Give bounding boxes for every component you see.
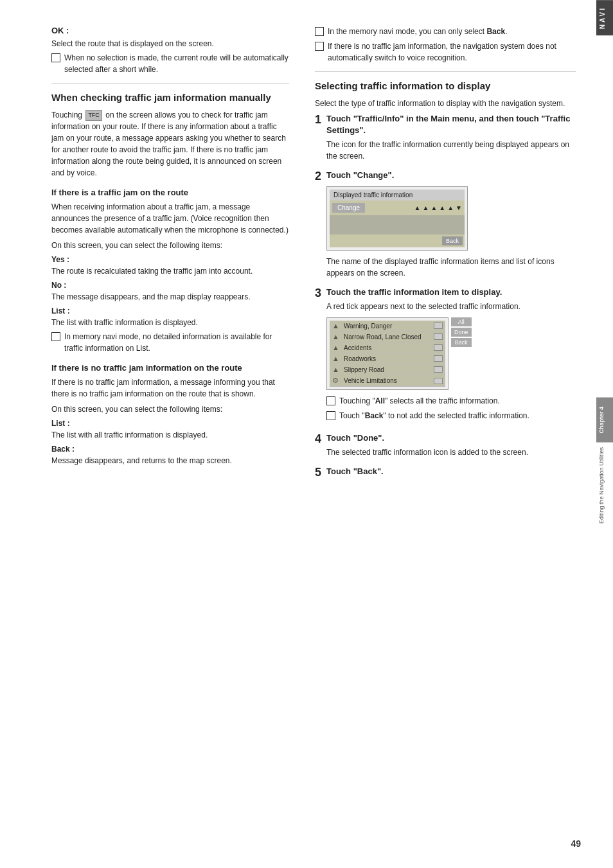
chapter-sidebar: NAVI Chapter 4 Editing the Navigation Ut… bbox=[596, 0, 613, 868]
list-label-1: List : bbox=[51, 306, 289, 315]
warning-check[interactable] bbox=[434, 323, 443, 329]
section-title-left: When checking traffic jam information ma… bbox=[51, 91, 289, 104]
section-intro: Touching TFC on the screen allows you to… bbox=[51, 109, 289, 179]
no-text: The message disappears, and the map disp… bbox=[51, 291, 289, 303]
subsection2-desc: If there is no traffic jam information, … bbox=[51, 376, 289, 400]
subsection1-items: Yes : The route is recalculated taking t… bbox=[51, 255, 289, 328]
screen-row-slippery[interactable]: ▲ Slippery Road bbox=[330, 364, 445, 375]
bullet-checkbox-3 bbox=[315, 27, 324, 36]
ok-desc: Select the route that is displayed on th… bbox=[51, 38, 289, 49]
tri-icon-1: ▲ bbox=[414, 204, 421, 211]
step-1-content: Touch "Traffic/Info" in the Main menu, a… bbox=[326, 113, 576, 162]
screen-row-narrow[interactable]: ▲ Narrow Road, Lane Closed bbox=[330, 332, 445, 342]
subsection1-desc: When receiving information about a traff… bbox=[51, 201, 289, 236]
main-content: OK : Select the route that is displayed … bbox=[0, 0, 595, 868]
bullet-checkbox-2 bbox=[51, 332, 60, 341]
step-1: 1 Touch "Traffic/Info" in the Main menu,… bbox=[315, 113, 576, 162]
list-item-2: List : The list with all traffic informa… bbox=[51, 419, 289, 441]
yes-item: Yes : The route is recalculated taking t… bbox=[51, 255, 289, 277]
step3-bullet-text-2: Touch "Back" to not add the selected tra… bbox=[339, 410, 576, 421]
step-5: 5 Touch "Back". bbox=[315, 466, 576, 480]
accidents-label: Accidents bbox=[344, 344, 434, 351]
subsection2-items: List : The list with all traffic informa… bbox=[51, 419, 289, 466]
ok-bullet-text: When no selection is made, the current r… bbox=[64, 52, 289, 75]
right-section-title: Selecting traffic information to display bbox=[315, 80, 576, 93]
step-5-number: 5 bbox=[315, 466, 321, 480]
step-4-desc: The selected traffic information icon is… bbox=[326, 447, 576, 458]
bullet-checkbox-6 bbox=[326, 411, 335, 420]
warning-icon: ▲ bbox=[332, 322, 341, 330]
screen-row-accidents[interactable]: ▲ Accidents bbox=[330, 342, 445, 353]
screen-wrapper-2: ▲ Warning, Danger ▲ Narrow Road, Lane Cl… bbox=[326, 317, 576, 390]
screen-row-roadworks[interactable]: ▲ Roadworks bbox=[330, 353, 445, 364]
right-bullet-1: In the memory navi mode, you can only se… bbox=[315, 26, 576, 37]
traffic-icon: TFC bbox=[85, 110, 102, 121]
tri-icon-5: ▲ bbox=[447, 204, 454, 211]
roadworks-icon: ▲ bbox=[332, 355, 341, 362]
step-3: 3 Touch the traffic information item to … bbox=[315, 287, 576, 425]
roadworks-label: Roadworks bbox=[344, 355, 434, 362]
right-bullet-2: If there is no traffic jam information, … bbox=[315, 40, 576, 64]
accidents-check[interactable] bbox=[434, 344, 443, 351]
subsection2-title: If there is no traffic jam information o… bbox=[51, 363, 289, 373]
step-4-number: 4 bbox=[315, 432, 321, 447]
ok-section: OK : Select the route that is displayed … bbox=[51, 26, 289, 75]
step3-bullet-2: Touch "Back" to not add the selected tra… bbox=[326, 410, 576, 421]
bullet-checkbox-4 bbox=[315, 42, 324, 51]
bullet-checkbox-5 bbox=[326, 396, 335, 405]
screen-row-warning[interactable]: ▲ Warning, Danger bbox=[330, 321, 445, 332]
chapter-title: Chapter 4 bbox=[598, 407, 605, 434]
step-3-title: Touch the traffic information item to di… bbox=[326, 287, 576, 298]
screen-row-vehicle[interactable]: ⚙ Vehicle Limitations bbox=[330, 375, 445, 387]
tri-icon-4: ▲ bbox=[439, 204, 445, 211]
step-3-number: 3 bbox=[315, 287, 321, 301]
yes-text: The route is recalculated taking the tra… bbox=[51, 265, 289, 277]
step-3-content: Touch the traffic information item to di… bbox=[326, 287, 576, 425]
roadworks-check[interactable] bbox=[434, 355, 443, 362]
list-text-1: The list with traffic information is dis… bbox=[51, 317, 289, 328]
change-btn[interactable]: Change bbox=[332, 203, 365, 213]
narrow-check[interactable] bbox=[434, 333, 443, 340]
chapter-desc: Editing the Navigation Utilities bbox=[596, 442, 613, 529]
tri-icon-6: ▼ bbox=[456, 204, 462, 211]
back-btn-1[interactable]: Back bbox=[442, 236, 463, 245]
subsection1-bullet-text: In memory navi mode, no detailed informa… bbox=[64, 331, 289, 354]
navi-label: NAVI bbox=[596, 0, 613, 35]
right-column: In the memory navi mode, you can only se… bbox=[302, 26, 576, 842]
no-item: No : The message disappears, and the map… bbox=[51, 281, 289, 303]
slippery-check[interactable] bbox=[434, 366, 443, 373]
right-section-desc: Select the type of traffic information t… bbox=[315, 98, 576, 109]
vehicle-check[interactable] bbox=[434, 378, 443, 384]
screen-mockup-1: Displayed traffic information Change ▲ ▲… bbox=[326, 186, 468, 251]
list-text-2: The list with all traffic information is… bbox=[51, 429, 289, 441]
slippery-label: Slippery Road bbox=[344, 366, 434, 373]
list-label-2: List : bbox=[51, 419, 289, 428]
screen-side-buttons: All Done Back bbox=[451, 317, 472, 390]
screen-icons-1: ▲ ▲ ▲ ▲ ▲ ▼ bbox=[414, 204, 462, 211]
all-btn[interactable]: All bbox=[451, 317, 472, 326]
back-btn-2[interactable]: Back bbox=[451, 338, 472, 347]
screen-mockup-2: ▲ Warning, Danger ▲ Narrow Road, Lane Cl… bbox=[326, 317, 449, 390]
step-2: 2 Touch "Change". Displayed traffic info… bbox=[315, 170, 576, 279]
done-btn[interactable]: Done bbox=[451, 328, 472, 337]
right-bullet-text-2: If there is no traffic jam information, … bbox=[328, 40, 576, 64]
narrow-icon: ▲ bbox=[332, 333, 341, 341]
back-label: Back : bbox=[51, 445, 289, 454]
vehicle-label: Vehicle Limitations bbox=[344, 377, 434, 384]
accidents-icon: ▲ bbox=[332, 344, 341, 351]
back-item: Back : Message disappears, and returns t… bbox=[51, 445, 289, 466]
right-bullet-text-1: In the memory navi mode, you can only se… bbox=[328, 26, 576, 37]
step-2-title: Touch "Change". bbox=[326, 170, 576, 181]
step-2-desc: The name of the displayed traffic inform… bbox=[326, 256, 576, 279]
yes-label: Yes : bbox=[51, 255, 289, 264]
vehicle-icon: ⚙ bbox=[332, 376, 341, 385]
no-label: No : bbox=[51, 281, 289, 290]
list-item-1: List : The list with traffic information… bbox=[51, 306, 289, 328]
step-3-desc: A red tick appears next to the selected … bbox=[326, 301, 576, 312]
step-5-content: Touch "Back". bbox=[326, 466, 576, 480]
step3-bullet-text-1: Touching "All" selects all the traffic i… bbox=[339, 395, 576, 407]
step-5-title: Touch "Back". bbox=[326, 466, 576, 477]
tri-icon-3: ▲ bbox=[431, 204, 437, 211]
screen-topbar-1: Displayed traffic information bbox=[330, 190, 465, 200]
slippery-icon: ▲ bbox=[332, 366, 341, 373]
